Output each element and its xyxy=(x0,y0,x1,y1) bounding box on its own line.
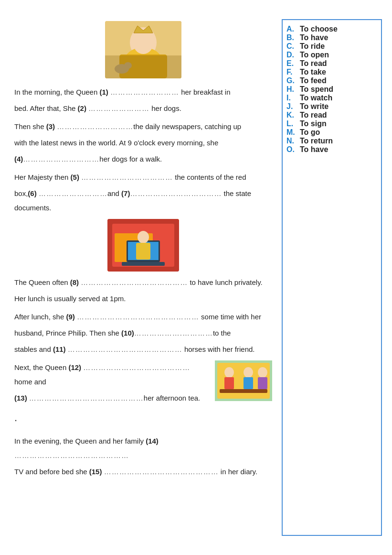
svg-rect-21 xyxy=(244,377,253,389)
tea-image xyxy=(215,360,272,401)
verb-text: To sign xyxy=(300,120,327,128)
verb-text: To write xyxy=(300,102,328,111)
verb-letter: A. xyxy=(286,25,297,33)
svg-rect-23 xyxy=(258,377,267,389)
verb-text: To return xyxy=(300,137,333,145)
verb-text: To spend xyxy=(300,85,333,94)
verb-text: To open xyxy=(300,51,329,59)
svg-point-20 xyxy=(244,367,253,378)
verb-item: F. To take xyxy=(286,68,377,76)
verb-letter: J. xyxy=(286,102,297,111)
main-content: In the morning, the Queen (1) ……………………… … xyxy=(0,14,282,541)
svg-point-7 xyxy=(124,62,132,69)
verb-item: L. To sign xyxy=(286,120,377,128)
verb-item: C. To ride xyxy=(286,42,377,51)
verb-text: To take xyxy=(300,68,326,76)
verb-text: To have xyxy=(300,33,328,42)
verb-letter: G. xyxy=(286,76,297,85)
verb-text: To have xyxy=(300,145,328,154)
verb-letter: M. xyxy=(286,128,297,137)
paragraph-3: Her Majesty then (5) ……………………………… the co… xyxy=(14,170,272,215)
svg-point-18 xyxy=(224,367,234,378)
svg-point-22 xyxy=(258,367,267,378)
verb-item: H. To spend xyxy=(286,85,377,94)
verb-item: A. To choose xyxy=(286,25,377,33)
verb-text: To ride xyxy=(300,42,325,51)
queen-image-2 xyxy=(107,219,179,272)
svg-rect-15 xyxy=(136,243,150,260)
verb-item: J. To write xyxy=(286,102,377,111)
paragraph-1: In the morning, the Queen (1) ……………………… … xyxy=(14,85,272,116)
verb-item: E. To read xyxy=(286,59,377,68)
verb-item: D. To open xyxy=(286,51,377,59)
paragraph-5: After lunch, she (9) ………………………………………… so… xyxy=(14,310,272,357)
svg-rect-19 xyxy=(224,377,234,389)
verb-letter: N. xyxy=(286,137,297,145)
paragraph-7: In the evening, the Queen and her family… xyxy=(14,434,272,479)
verb-letter: O. xyxy=(286,145,297,154)
verb-item: M. To go xyxy=(286,128,377,137)
verb-letter: C. xyxy=(286,42,297,51)
queen-image-1 xyxy=(105,21,181,78)
verb-letter: B. xyxy=(286,33,297,42)
svg-rect-24 xyxy=(220,389,267,393)
verb-item: B. To have xyxy=(286,33,377,42)
verb-box: A. To choose B. To have C. To ride D. To… xyxy=(282,19,382,536)
verb-letter: K. xyxy=(286,111,297,120)
verb-item: N. To return xyxy=(286,137,377,145)
verb-text: To go xyxy=(300,128,320,137)
verb-letter: L. xyxy=(286,120,297,128)
verb-text: To read xyxy=(300,111,327,120)
paragraph-6: Next, the Queen (12) …………………………………… home… xyxy=(14,360,272,430)
svg-point-14 xyxy=(138,231,149,243)
verb-item: K. To read xyxy=(286,111,377,120)
verb-letter: F. xyxy=(286,68,297,76)
verb-text: To feed xyxy=(300,76,327,85)
verb-letter: E. xyxy=(286,59,297,68)
svg-rect-13 xyxy=(122,262,165,266)
verb-letter: D. xyxy=(286,51,297,59)
verb-text: To read xyxy=(300,59,327,68)
svg-rect-4 xyxy=(119,54,167,78)
verb-item: I. To watch xyxy=(286,94,377,102)
verb-item: O. To have xyxy=(286,145,377,154)
verb-letter: H. xyxy=(286,85,297,94)
verb-item: G. To feed xyxy=(286,76,377,85)
verb-text: To choose xyxy=(300,25,338,33)
verb-text: To watch xyxy=(300,94,332,102)
paragraph-2: Then she (3) …………………………the daily newspap… xyxy=(14,120,272,166)
verb-letter: I. xyxy=(286,94,297,102)
paragraph-4: The Queen often (8) …………………………………… to ha… xyxy=(14,275,272,306)
svg-point-6 xyxy=(115,64,129,74)
